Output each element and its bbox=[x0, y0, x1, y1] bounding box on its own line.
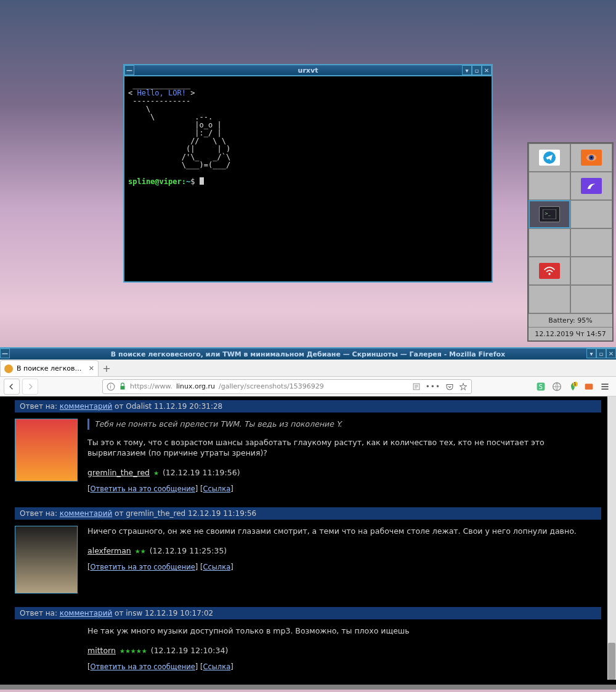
forward-button[interactable] bbox=[22, 379, 38, 395]
page-actions-icon[interactable]: ••• bbox=[426, 382, 440, 391]
svg-text:1: 1 bbox=[574, 382, 577, 387]
comment-text: Ты это к тому, что с возрастом шансы зар… bbox=[87, 437, 601, 459]
navigation-toolbar: i https://www.linux.org.ru/gallery/scree… bbox=[0, 377, 616, 396]
svg-text:S: S bbox=[539, 384, 543, 390]
close-icon[interactable]: ✕ bbox=[482, 65, 492, 75]
stars-icon: ★★★★★ bbox=[120, 648, 147, 654]
tray-slot-eye[interactable] bbox=[570, 143, 612, 172]
tray-slot-terminal[interactable]: >_ bbox=[529, 200, 570, 228]
comment-time: (12.12.19 11:25:35) bbox=[150, 546, 227, 555]
eye-icon bbox=[581, 150, 602, 166]
tray-slot-wing[interactable] bbox=[570, 172, 612, 200]
permalink[interactable]: Ссылка bbox=[203, 563, 230, 571]
reader-icon[interactable] bbox=[412, 382, 421, 391]
minimize-icon[interactable]: ▾ bbox=[586, 348, 596, 358]
new-tab-button[interactable]: + bbox=[99, 360, 115, 376]
info-icon[interactable]: i bbox=[107, 382, 115, 391]
quote-text: Тебя не понять всей прелести TWM. Ты вед… bbox=[87, 419, 601, 430]
terminal-icon: >_ bbox=[539, 206, 560, 222]
tab-bar: В поиске легковесного ✕ + bbox=[0, 360, 616, 377]
tab-close-icon[interactable]: ✕ bbox=[89, 364, 94, 372]
svg-text:>_: >_ bbox=[545, 211, 551, 216]
minimize-icon[interactable]: ▾ bbox=[462, 65, 472, 75]
stars-icon: ★★ bbox=[135, 548, 146, 555]
arrow-left-icon bbox=[7, 382, 16, 391]
reply-link[interactable]: Ответить на это сообщение bbox=[91, 485, 195, 493]
battery-status: Battery: 95% bbox=[529, 313, 612, 327]
browser-tab[interactable]: В поиске легковесного ✕ bbox=[0, 360, 99, 376]
ext-4-icon[interactable] bbox=[584, 382, 594, 392]
pocket-icon[interactable] bbox=[445, 382, 454, 391]
ext-1-icon[interactable]: S bbox=[536, 382, 546, 392]
favicon-icon bbox=[4, 364, 13, 373]
firefox-title: В поиске легковесного, или TWM в минимал… bbox=[111, 350, 505, 358]
comment-2: Ответ на: комментарий от gremlin_the_red… bbox=[15, 507, 601, 597]
menu-button-icon[interactable]: — bbox=[124, 65, 134, 75]
telegram-icon bbox=[539, 150, 560, 166]
tray-slot-wifi[interactable] bbox=[529, 257, 570, 285]
firefox-window: — В поиске легковесного, или TWM в миним… bbox=[0, 347, 616, 690]
terminal-title: urxvt bbox=[298, 66, 318, 74]
svg-rect-19 bbox=[585, 384, 593, 390]
tray-slot-telegram[interactable] bbox=[529, 143, 570, 172]
hamburger-icon[interactable] bbox=[600, 382, 610, 392]
tray-slot-empty-6[interactable] bbox=[529, 285, 570, 313]
back-button[interactable] bbox=[4, 379, 20, 395]
comment-1: Ответ на: комментарий от Odalist 11.12.1… bbox=[15, 400, 601, 497]
tray-slot-empty-7[interactable] bbox=[570, 285, 612, 313]
horizontal-scrollbar[interactable] bbox=[0, 685, 616, 690]
url-bar[interactable]: i https://www.linux.org.ru/gallery/scree… bbox=[102, 379, 472, 394]
url-domain: linux.org.ru bbox=[176, 382, 215, 390]
permalink[interactable]: Ссылка bbox=[203, 485, 230, 493]
reply-link[interactable]: Ответить на это сообщение bbox=[91, 662, 195, 671]
permalink[interactable]: Ссылка bbox=[203, 662, 230, 671]
author-line: alexferman ★★ (12.12.19 11:25:35) bbox=[87, 545, 601, 557]
svg-point-6 bbox=[548, 273, 550, 275]
tray-slot-empty-3[interactable] bbox=[529, 228, 570, 257]
scrollbar[interactable] bbox=[607, 396, 616, 680]
scrollbar-thumb[interactable] bbox=[608, 643, 615, 680]
avatar[interactable] bbox=[15, 526, 78, 593]
author-link[interactable]: mittorn bbox=[87, 646, 116, 655]
comment-header: Ответ на: комментарий от Odalist 11.12.1… bbox=[15, 400, 601, 412]
author-link[interactable]: gremlin_the_red bbox=[87, 468, 150, 477]
terminal-output[interactable]: _____________ < Hello, LOR! > ----------… bbox=[124, 76, 492, 191]
comment-actions: [Ответить на это сообщение] [Ссылка] bbox=[87, 662, 601, 672]
url-prefix: https://www. bbox=[130, 382, 172, 390]
wifi-icon bbox=[539, 263, 560, 279]
comment-text: Не так уж много музыки доступной только … bbox=[87, 626, 601, 637]
tray-slot-empty-4[interactable] bbox=[570, 228, 612, 257]
reply-to-link[interactable]: комментарий bbox=[60, 402, 112, 411]
lock-icon[interactable] bbox=[119, 382, 126, 391]
star-icon[interactable] bbox=[459, 382, 468, 391]
reply-to-link[interactable]: комментарий bbox=[60, 509, 112, 518]
reply-to-link[interactable]: комментарий bbox=[60, 609, 112, 618]
author-line: mittorn ★★★★★ (12.12.19 12:10:34) bbox=[87, 645, 601, 656]
avatar[interactable] bbox=[15, 419, 78, 481]
tray-slot-empty-1[interactable] bbox=[529, 172, 570, 200]
page-content[interactable]: Ответ на: комментарий от Odalist 11.12.1… bbox=[0, 396, 616, 685]
terminal-titlebar[interactable]: — urxvt ▾ ▫ ✕ bbox=[124, 65, 492, 76]
tab-title: В поиске легковесного bbox=[17, 364, 85, 372]
author-line: gremlin_the_red ★ (12.12.19 11:19:56) bbox=[87, 467, 601, 478]
terminal-window: — urxvt ▾ ▫ ✕ _____________ < Hello, LOR… bbox=[123, 64, 493, 283]
ext-3-icon[interactable]: 1 bbox=[568, 382, 578, 392]
maximize-icon[interactable]: ▫ bbox=[596, 348, 606, 358]
arrow-right-icon bbox=[26, 382, 34, 391]
author-link[interactable]: alexferman bbox=[87, 546, 131, 555]
cursor-icon bbox=[200, 177, 204, 185]
stars-icon: ★ bbox=[153, 470, 159, 477]
svg-rect-9 bbox=[121, 385, 125, 389]
close-icon[interactable]: ✕ bbox=[606, 348, 616, 358]
reply-link[interactable]: Ответить на это сообщение bbox=[91, 563, 195, 571]
comment-time: (12.12.19 12:10:34) bbox=[151, 646, 229, 655]
ext-2-icon[interactable] bbox=[552, 382, 562, 392]
maximize-icon[interactable]: ▫ bbox=[472, 65, 482, 75]
menu-button-icon[interactable]: — bbox=[0, 348, 10, 358]
tray-slot-empty-5[interactable] bbox=[570, 257, 612, 285]
tray-slot-empty-2[interactable] bbox=[570, 200, 612, 228]
svg-point-3 bbox=[590, 156, 592, 158]
svg-text:i: i bbox=[110, 383, 111, 389]
firefox-titlebar[interactable]: — В поиске легковесного, или TWM в миним… bbox=[0, 348, 616, 360]
wing-icon bbox=[581, 178, 602, 194]
